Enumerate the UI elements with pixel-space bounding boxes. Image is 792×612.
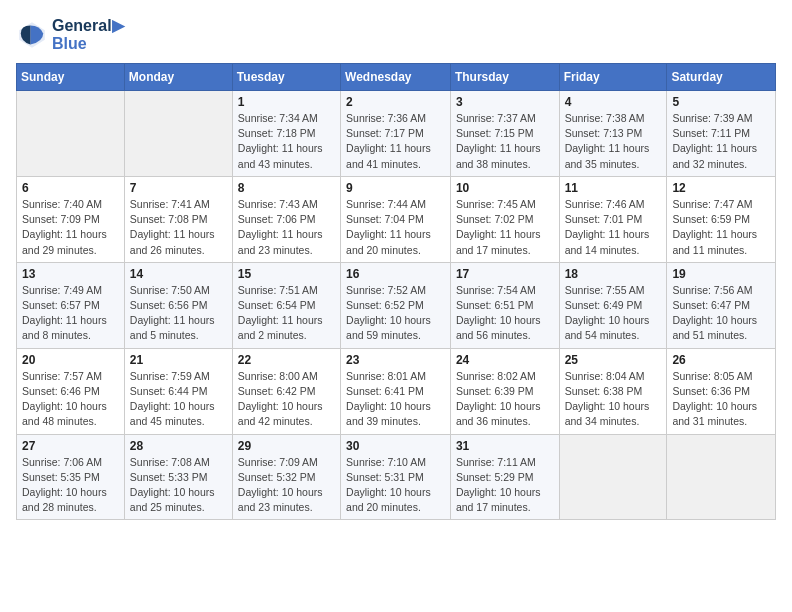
calendar-cell: 10Sunrise: 7:45 AMSunset: 7:02 PMDayligh… [450,176,559,262]
calendar-table: SundayMondayTuesdayWednesdayThursdayFrid… [16,63,776,520]
day-info-line: Sunset: 7:08 PM [130,212,227,227]
weekday-header-thursday: Thursday [450,64,559,91]
calendar-cell: 14Sunrise: 7:50 AMSunset: 6:56 PMDayligh… [124,262,232,348]
day-info-line: Daylight: 10 hours and 17 minutes. [456,485,554,515]
logo: General▶ Blue [16,16,124,53]
calendar-cell: 18Sunrise: 7:55 AMSunset: 6:49 PMDayligh… [559,262,667,348]
weekday-header-monday: Monday [124,64,232,91]
day-number: 22 [238,353,335,367]
day-info-line: Sunrise: 7:46 AM [565,197,662,212]
day-info-line: Sunset: 7:01 PM [565,212,662,227]
day-info-line: Sunrise: 7:39 AM [672,111,770,126]
day-info-line: Sunrise: 7:11 AM [456,455,554,470]
day-number: 24 [456,353,554,367]
day-number: 17 [456,267,554,281]
day-info-line: Sunset: 6:44 PM [130,384,227,399]
weekday-header-friday: Friday [559,64,667,91]
calendar-cell: 22Sunrise: 8:00 AMSunset: 6:42 PMDayligh… [232,348,340,434]
calendar-cell: 12Sunrise: 7:47 AMSunset: 6:59 PMDayligh… [667,176,776,262]
day-number: 26 [672,353,770,367]
calendar-cell: 27Sunrise: 7:06 AMSunset: 5:35 PMDayligh… [17,434,125,520]
day-info-line: Sunset: 7:11 PM [672,126,770,141]
day-info-line: Daylight: 10 hours and 31 minutes. [672,399,770,429]
day-number: 4 [565,95,662,109]
calendar-cell: 29Sunrise: 7:09 AMSunset: 5:32 PMDayligh… [232,434,340,520]
calendar-cell: 16Sunrise: 7:52 AMSunset: 6:52 PMDayligh… [341,262,451,348]
day-info-line: Daylight: 11 hours and 14 minutes. [565,227,662,257]
day-number: 21 [130,353,227,367]
day-info-line: Sunset: 7:13 PM [565,126,662,141]
page-header: General▶ Blue [16,16,776,53]
calendar-cell: 25Sunrise: 8:04 AMSunset: 6:38 PMDayligh… [559,348,667,434]
day-info-line: Daylight: 11 hours and 8 minutes. [22,313,119,343]
day-info-line: Sunset: 6:57 PM [22,298,119,313]
day-info-line: Daylight: 11 hours and 11 minutes. [672,227,770,257]
day-info-line: Sunrise: 7:08 AM [130,455,227,470]
day-info-line: Sunset: 6:46 PM [22,384,119,399]
day-info-line: Daylight: 10 hours and 54 minutes. [565,313,662,343]
calendar-cell: 1Sunrise: 7:34 AMSunset: 7:18 PMDaylight… [232,91,340,177]
calendar-week-row: 27Sunrise: 7:06 AMSunset: 5:35 PMDayligh… [17,434,776,520]
weekday-header-saturday: Saturday [667,64,776,91]
calendar-cell: 19Sunrise: 7:56 AMSunset: 6:47 PMDayligh… [667,262,776,348]
day-info-line: Daylight: 10 hours and 23 minutes. [238,485,335,515]
day-info-line: Sunrise: 7:34 AM [238,111,335,126]
day-info-line: Sunset: 5:33 PM [130,470,227,485]
calendar-week-row: 1Sunrise: 7:34 AMSunset: 7:18 PMDaylight… [17,91,776,177]
day-number: 13 [22,267,119,281]
calendar-cell [559,434,667,520]
day-info-line: Sunset: 7:15 PM [456,126,554,141]
calendar-cell: 31Sunrise: 7:11 AMSunset: 5:29 PMDayligh… [450,434,559,520]
day-info-line: Sunrise: 7:09 AM [238,455,335,470]
day-number: 12 [672,181,770,195]
day-info-line: Sunrise: 8:01 AM [346,369,445,384]
calendar-cell: 4Sunrise: 7:38 AMSunset: 7:13 PMDaylight… [559,91,667,177]
day-number: 6 [22,181,119,195]
day-info-line: Sunset: 7:06 PM [238,212,335,227]
day-info-line: Sunrise: 8:04 AM [565,369,662,384]
day-number: 31 [456,439,554,453]
calendar-cell: 17Sunrise: 7:54 AMSunset: 6:51 PMDayligh… [450,262,559,348]
day-info-line: Sunset: 6:59 PM [672,212,770,227]
day-info-line: Sunrise: 7:10 AM [346,455,445,470]
calendar-cell: 30Sunrise: 7:10 AMSunset: 5:31 PMDayligh… [341,434,451,520]
day-info-line: Daylight: 11 hours and 35 minutes. [565,141,662,171]
day-info-line: Daylight: 11 hours and 26 minutes. [130,227,227,257]
day-info-line: Daylight: 10 hours and 20 minutes. [346,485,445,515]
calendar-cell: 21Sunrise: 7:59 AMSunset: 6:44 PMDayligh… [124,348,232,434]
calendar-cell: 3Sunrise: 7:37 AMSunset: 7:15 PMDaylight… [450,91,559,177]
day-info-line: Daylight: 10 hours and 25 minutes. [130,485,227,515]
day-info-line: Sunset: 6:41 PM [346,384,445,399]
calendar-cell: 2Sunrise: 7:36 AMSunset: 7:17 PMDaylight… [341,91,451,177]
calendar-cell [667,434,776,520]
day-info-line: Sunrise: 7:52 AM [346,283,445,298]
calendar-week-row: 13Sunrise: 7:49 AMSunset: 6:57 PMDayligh… [17,262,776,348]
day-number: 14 [130,267,227,281]
day-info-line: Sunset: 6:39 PM [456,384,554,399]
day-info-line: Daylight: 10 hours and 34 minutes. [565,399,662,429]
day-number: 20 [22,353,119,367]
day-info-line: Sunrise: 7:06 AM [22,455,119,470]
day-info-line: Sunrise: 7:51 AM [238,283,335,298]
day-info-line: Daylight: 10 hours and 39 minutes. [346,399,445,429]
day-info-line: Daylight: 11 hours and 41 minutes. [346,141,445,171]
day-info-line: Sunset: 5:32 PM [238,470,335,485]
day-info-line: Daylight: 11 hours and 23 minutes. [238,227,335,257]
day-info-line: Daylight: 11 hours and 2 minutes. [238,313,335,343]
day-info-line: Sunset: 6:49 PM [565,298,662,313]
day-info-line: Sunrise: 7:44 AM [346,197,445,212]
day-number: 28 [130,439,227,453]
day-info-line: Sunrise: 8:00 AM [238,369,335,384]
weekday-header-wednesday: Wednesday [341,64,451,91]
day-info-line: Sunrise: 7:49 AM [22,283,119,298]
day-info-line: Sunrise: 7:56 AM [672,283,770,298]
day-info-line: Sunset: 5:31 PM [346,470,445,485]
calendar-cell: 13Sunrise: 7:49 AMSunset: 6:57 PMDayligh… [17,262,125,348]
day-number: 8 [238,181,335,195]
day-number: 30 [346,439,445,453]
day-info-line: Sunrise: 8:05 AM [672,369,770,384]
weekday-header-sunday: Sunday [17,64,125,91]
day-info-line: Sunrise: 7:36 AM [346,111,445,126]
day-info-line: Sunset: 6:51 PM [456,298,554,313]
day-info-line: Sunset: 6:38 PM [565,384,662,399]
